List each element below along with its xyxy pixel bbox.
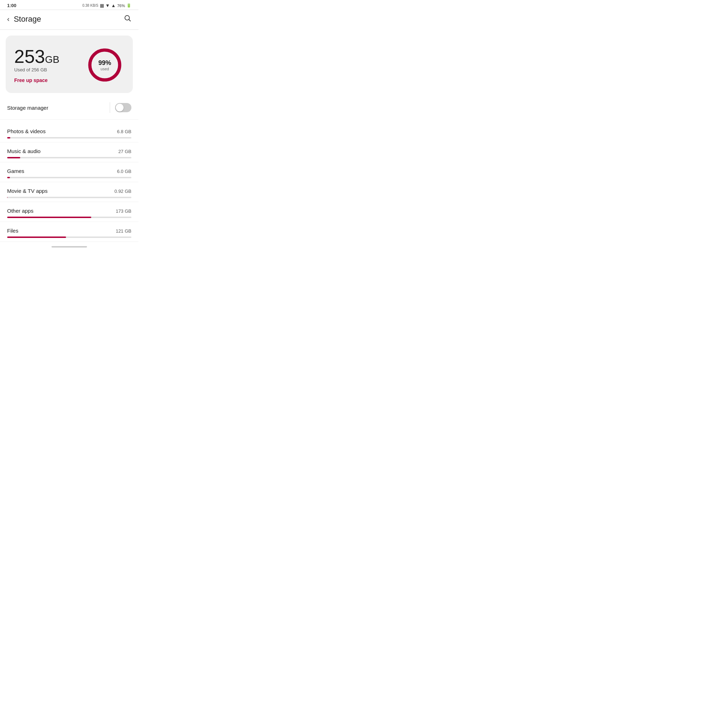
bottom-pill: [52, 246, 87, 248]
category-name: Games: [7, 168, 24, 174]
category-size: 6.0 GB: [117, 169, 132, 174]
svg-point-0: [125, 15, 130, 20]
category-name: Movie & TV apps: [7, 188, 47, 194]
progress-bar: [7, 137, 132, 139]
storage-subtitle: Used of 256 GB: [14, 67, 85, 72]
donut-label: used: [98, 67, 111, 71]
progress-bar: [7, 217, 132, 218]
category-name: Music & audio: [7, 148, 40, 154]
category-name: Files: [7, 228, 18, 234]
free-up-space-button[interactable]: Free up space: [14, 77, 85, 83]
battery-icon: 🔋: [127, 3, 132, 8]
status-time: 1:00: [7, 3, 16, 8]
page-title: Storage: [14, 15, 41, 24]
progress-bar: [7, 237, 132, 238]
page-header: ‹ Storage: [0, 10, 139, 29]
vertical-divider: [110, 102, 110, 113]
category-item[interactable]: Other apps173 GB: [0, 202, 139, 222]
category-item[interactable]: Music & audio27 GB: [0, 142, 139, 162]
donut-center: 99% used: [98, 59, 111, 71]
category-size: 6.8 GB: [117, 129, 132, 134]
network-speed: 0.38 KB/S: [83, 3, 98, 8]
search-button[interactable]: [122, 13, 133, 25]
progress-fill: [7, 137, 10, 139]
svg-line-1: [129, 20, 130, 21]
storage-manager-section: Storage manager: [0, 96, 139, 120]
categories-list: Photos & videos6.8 GBMusic & audio27 GBG…: [0, 122, 139, 242]
storage-manager-right: [110, 102, 132, 113]
category-name: Other apps: [7, 208, 34, 214]
storage-manager-toggle[interactable]: [115, 103, 132, 112]
battery-level: 76%: [117, 3, 125, 8]
progress-fill: [7, 237, 66, 238]
category-size: 27 GB: [118, 149, 132, 154]
storage-summary-card: 253GB Used of 256 GB Free up space 99% u…: [6, 35, 133, 93]
category-item[interactable]: Movie & TV apps0.92 GB: [0, 182, 139, 202]
category-size: 173 GB: [116, 208, 132, 214]
storage-info: 253GB Used of 256 GB Free up space: [14, 47, 85, 83]
progress-fill: [7, 177, 10, 178]
progress-fill: [7, 217, 91, 218]
storage-manager-row: Storage manager: [0, 96, 139, 120]
back-button[interactable]: ‹: [6, 14, 11, 24]
toggle-thumb: [116, 104, 124, 112]
signal-icons: ▦ ▼ ▲: [100, 3, 116, 8]
content-divider: [0, 29, 139, 30]
storage-manager-label: Storage manager: [7, 105, 48, 111]
category-item[interactable]: Photos & videos6.8 GB: [0, 122, 139, 142]
progress-fill: [7, 197, 8, 198]
storage-used-amount: 253GB: [14, 47, 85, 66]
category-name: Photos & videos: [7, 128, 46, 134]
storage-donut-chart: 99% used: [85, 46, 124, 84]
category-size: 0.92 GB: [114, 188, 132, 194]
status-right: 0.38 KB/S ▦ ▼ ▲ 76% 🔋: [83, 3, 132, 8]
category-size: 121 GB: [116, 228, 132, 234]
progress-fill: [7, 157, 20, 158]
donut-percent: 99%: [98, 59, 111, 67]
status-bar: 1:00 0.38 KB/S ▦ ▼ ▲ 76% 🔋: [0, 0, 139, 9]
progress-bar: [7, 197, 132, 198]
category-item[interactable]: Games6.0 GB: [0, 162, 139, 182]
progress-bar: [7, 157, 132, 158]
category-item[interactable]: Files121 GB: [0, 222, 139, 242]
progress-bar: [7, 177, 132, 178]
bottom-indicator: [0, 242, 139, 252]
